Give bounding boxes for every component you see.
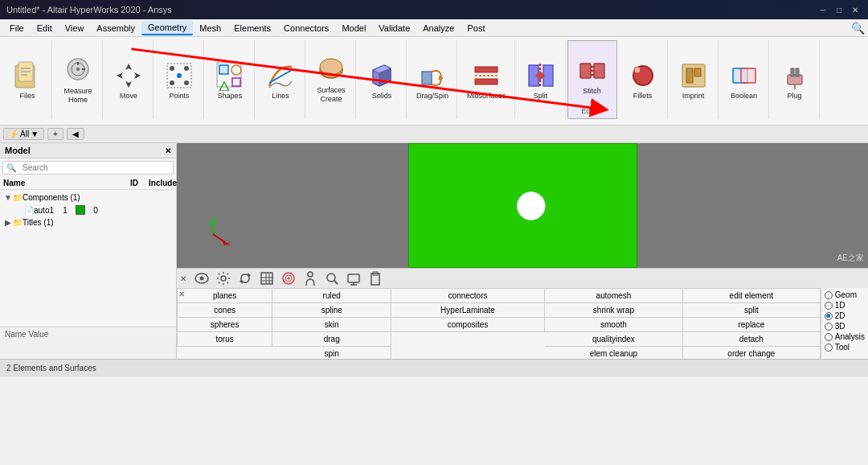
table-cell[interactable]: qualityindex [544,332,682,347]
ribbon-btn-files[interactable]: Files [8,56,47,104]
table-cell[interactable]: shrink wrap [544,303,682,318]
menu-mesh[interactable]: Mesh [193,22,227,35]
table-cell[interactable]: replace [682,318,820,332]
menu-model[interactable]: Model [335,22,372,35]
table-cell[interactable]: automesh [544,289,682,303]
ribbon-btn-points[interactable]: Points [160,56,199,104]
plug-label: Plug [788,92,802,101]
tree-include-header: Include [149,179,173,187]
close-button[interactable]: ✕ [849,3,862,16]
radio-tool[interactable]: Tool [825,343,865,352]
ribbon-btn-measure[interactable]: MeasureHome [59,51,97,108]
bottom-panel-close[interactable]: ✕ [178,290,185,298]
arrow-left-icon: ◀ [72,130,79,138]
global-search-icon[interactable]: 🔍 [851,22,865,35]
titles-label: Titles (1) [23,218,54,227]
stitch-icon [576,55,608,87]
3d-radio[interactable] [825,323,833,331]
shapes-label: Shapes [218,92,243,101]
table-cell[interactable]: drag [272,332,391,347]
all-dropdown-button[interactable]: ⚡ All ▼ [3,128,44,140]
viewport-canvas[interactable]: Y X AE之家 [177,143,868,268]
ribbon-btn-surfaces[interactable]: SurfacesCreate [312,51,350,107]
tool-radio[interactable] [825,344,833,352]
menu-bar: File Edit View Assembly Geometry Mesh El… [0,19,868,37]
radio-geom[interactable]: Geom [825,290,865,299]
menu-post[interactable]: Post [461,22,491,35]
table-cell[interactable]: HyperLaminate [391,303,545,318]
radio-3d[interactable]: 3D [825,322,865,331]
ribbon-btn-dragspin[interactable]: Drag/Spin [413,56,452,104]
panel-close-icon[interactable]: ✕ [165,146,171,155]
table-cell[interactable]: spin [272,347,391,360]
maximize-button[interactable]: □ [833,3,845,16]
add-button[interactable]: + [47,128,63,140]
table-cell[interactable]: order change [682,347,820,360]
ribbon-btn-boolean[interactable]: Boolean [725,56,764,104]
radio-analysis[interactable]: Analysis [825,332,865,341]
rotate-icon-btn[interactable] [235,269,255,288]
2d-radio[interactable] [825,312,833,320]
geom-radio[interactable] [825,291,833,299]
target-icon-btn[interactable] [279,269,298,288]
ribbon-btn-midsurfaces[interactable]: Midsurfaces [464,56,510,104]
ribbon-btn-solids[interactable]: Solids [362,56,401,104]
person-icon-btn[interactable] [301,269,320,288]
table-cell[interactable]: skin [272,318,391,332]
table-cell[interactable]: composites [391,318,545,332]
menu-geometry[interactable]: Geometry [141,21,193,35]
svg-point-16 [184,80,189,85]
table-cell[interactable]: planes [178,289,272,303]
menu-analyze[interactable]: Analyze [416,22,461,35]
tree-item-titles[interactable]: ▶ 📁 Titles (1) [2,216,174,228]
viewport-area: Y X AE之家 ✕ [177,143,868,359]
settings-icon-btn[interactable] [214,269,233,288]
radio-1d[interactable]: 1D [825,301,865,310]
close-icon-bottom[interactable]: ✕ [180,274,186,283]
magnify-icon-btn[interactable] [322,269,342,288]
window-controls[interactable]: ─ □ ✕ [817,3,862,16]
ribbon-btn-lines[interactable]: Lines [261,56,300,104]
clipboard-icon-btn[interactable] [366,269,385,288]
table-cell[interactable]: cones [178,303,272,318]
display-icon-btn[interactable] [344,269,363,288]
table-cell[interactable]: spheres [178,318,272,332]
ribbon-group-solids: Solids [358,40,407,119]
menu-file[interactable]: File [3,22,31,35]
table-cell[interactable]: torus [178,332,272,347]
table-cell[interactable]: split [682,303,820,318]
table-cell[interactable]: detach [682,332,820,347]
ribbon-btn-split[interactable]: Split [522,56,560,104]
eye-icon-btn[interactable] [192,269,211,288]
grid-icon-btn[interactable] [257,269,276,288]
ribbon-btn-shapes[interactable]: Shapes [211,56,249,104]
table-cell[interactable]: spline [272,303,391,318]
edit-dropdown-icon[interactable]: ▼ [596,107,603,115]
table-cell[interactable]: edit element [682,289,820,303]
table-cell[interactable]: connectors [391,289,545,303]
menu-assembly[interactable]: Assembly [90,22,141,35]
radio-2d[interactable]: 2D [825,311,865,320]
ribbon-btn-move[interactable]: Move [109,56,148,104]
menu-connectors[interactable]: Connectors [277,22,335,35]
1d-radio[interactable] [825,302,833,310]
tree-item-auto1[interactable]: 📄 auto1 1 0 [2,204,174,216]
menu-edit[interactable]: Edit [31,22,59,35]
tree-item-components[interactable]: ▼ 📁 Components (1) [2,191,174,204]
menu-validate[interactable]: Validate [372,22,416,35]
ribbon-btn-plug[interactable]: Plug [776,56,814,104]
ribbon-btn-fillets[interactable]: Fillets [624,56,662,104]
search-bar[interactable]: 🔍 [2,161,174,175]
ribbon-btn-imprint[interactable]: Imprint [674,56,713,104]
table-cell[interactable]: ruled [272,289,391,303]
menu-view[interactable]: View [59,22,91,35]
table-cell[interactable]: smooth [544,318,682,332]
ribbon-btn-stitch[interactable]: Stitch [573,51,612,99]
table-cell[interactable]: elem cleanup [544,347,682,360]
back-button[interactable]: ◀ [67,128,84,140]
search-input[interactable] [19,162,173,174]
analysis-radio[interactable] [825,333,833,341]
minimize-button[interactable]: ─ [817,3,829,16]
status-text: 2 Elements and Surfaces [6,364,96,372]
menu-elements[interactable]: Elements [227,22,277,35]
